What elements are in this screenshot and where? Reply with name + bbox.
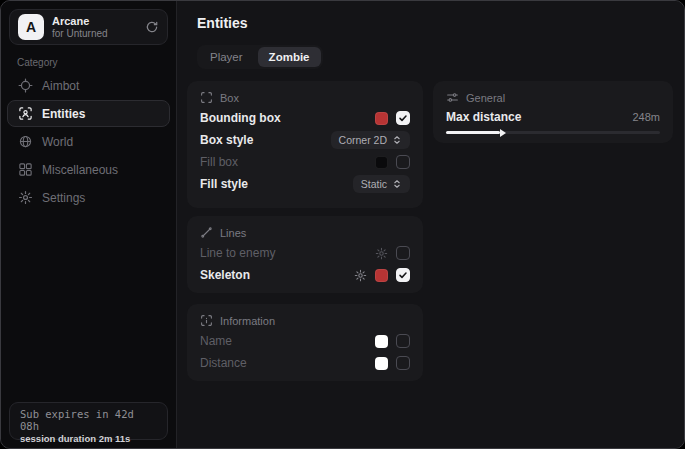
- setting-row-fill-style: Fill style Static: [187, 173, 423, 195]
- sidebar-item-label: World: [42, 135, 73, 149]
- line-to-enemy-checkbox[interactable]: [396, 246, 410, 260]
- setting-row-name: Name: [187, 330, 423, 352]
- crosshair-icon: [18, 78, 33, 93]
- line-settings-gear-icon[interactable]: [375, 247, 388, 260]
- setting-label: Fill style: [200, 177, 345, 191]
- setting-row-bounding-box: Bounding box: [187, 107, 423, 129]
- category-label: Category: [17, 57, 176, 68]
- setting-label: Bounding box: [200, 111, 367, 125]
- tab-zombie[interactable]: Zombie: [258, 47, 321, 67]
- setting-label: Distance: [200, 356, 367, 370]
- main-panel: Entities Player Zombie Box Bounding box: [177, 1, 684, 448]
- entity-tabs: Player Zombie: [197, 45, 323, 69]
- sync-icon[interactable]: [145, 20, 159, 34]
- card-title: Information: [220, 315, 275, 327]
- fill-box-checkbox[interactable]: [396, 155, 410, 169]
- setting-label: Box style: [200, 133, 323, 147]
- sidebar-nav: Aimbot Entities World: [1, 72, 176, 211]
- sidebar-item-label: Miscellaneous: [42, 163, 118, 177]
- card-title: General: [466, 92, 505, 104]
- general-card: General Max distance 248m: [433, 81, 673, 143]
- app-subtitle: for Unturned: [52, 28, 137, 40]
- sidebar-item-aimbot[interactable]: Aimbot: [7, 72, 170, 99]
- slider-fill: [446, 131, 500, 134]
- sidebar-item-entities[interactable]: Entities: [7, 100, 170, 127]
- entities-icon: [18, 106, 33, 121]
- bounding-box-checkbox[interactable]: [396, 111, 410, 125]
- card-title: Lines: [220, 227, 246, 239]
- globe-icon: [18, 134, 33, 149]
- grid-icon: [18, 162, 33, 177]
- check-icon: [398, 270, 408, 280]
- skeleton-checkbox[interactable]: [396, 268, 410, 282]
- fill-style-select[interactable]: Static: [353, 175, 410, 193]
- setting-row-max-distance: Max distance 248m: [433, 107, 673, 127]
- box-style-select[interactable]: Corner 2D: [331, 131, 410, 149]
- session-duration-text: session duration 2m 11s: [20, 433, 157, 444]
- sidebar-item-world[interactable]: World: [7, 128, 170, 155]
- app-logo: A: [18, 14, 44, 40]
- color-swatch[interactable]: [375, 112, 388, 125]
- setting-row-distance: Distance: [187, 352, 423, 374]
- unfold-icon: [392, 135, 402, 145]
- max-distance-slider[interactable]: [446, 131, 660, 134]
- color-swatch[interactable]: [375, 269, 388, 282]
- information-card: Information Name Distance: [187, 304, 423, 381]
- setting-row-box-style: Box style Corner 2D: [187, 129, 423, 151]
- sidebar-item-miscellaneous[interactable]: Miscellaneous: [7, 156, 170, 183]
- color-swatch[interactable]: [375, 156, 388, 169]
- sidebar-item-label: Entities: [42, 107, 85, 121]
- skeleton-settings-gear-icon[interactable]: [354, 269, 367, 282]
- setting-row-fill-box: Fill box: [187, 151, 423, 173]
- sidebar-item-label: Aimbot: [42, 79, 79, 93]
- select-value: Corner 2D: [339, 134, 387, 146]
- card-title: Box: [220, 92, 239, 104]
- name-checkbox[interactable]: [396, 334, 410, 348]
- sidebar: A Arcane for Unturned Category Aimbot: [1, 1, 177, 448]
- color-swatch[interactable]: [375, 357, 388, 370]
- color-swatch[interactable]: [375, 335, 388, 348]
- setting-label: Fill box: [200, 155, 367, 169]
- lines-card: Lines Line to enemy Skeleton: [187, 216, 423, 293]
- setting-label: Skeleton: [200, 268, 346, 282]
- slider-thumb[interactable]: [500, 129, 506, 137]
- line-icon: [200, 226, 213, 239]
- distance-checkbox[interactable]: [396, 356, 410, 370]
- app-window: A Arcane for Unturned Category Aimbot: [0, 0, 685, 449]
- sidebar-item-label: Settings: [42, 191, 85, 205]
- gear-icon: [18, 190, 33, 205]
- app-header-card: A Arcane for Unturned: [9, 9, 168, 45]
- app-title: Arcane: [52, 15, 137, 28]
- sliders-icon: [446, 91, 459, 104]
- box-card: Box Bounding box Box style Corner 2D: [187, 81, 423, 208]
- setting-label: Name: [200, 334, 367, 348]
- select-value: Static: [361, 178, 387, 190]
- setting-row-line-to-enemy: Line to enemy: [187, 242, 423, 264]
- check-icon: [398, 113, 408, 123]
- info-scan-icon: [200, 314, 213, 327]
- setting-label: Line to enemy: [200, 246, 367, 260]
- setting-label: Max distance: [446, 110, 632, 124]
- box-corners-icon: [200, 91, 213, 104]
- tab-player[interactable]: Player: [199, 47, 254, 67]
- setting-row-skeleton: Skeleton: [187, 264, 423, 286]
- subscription-status-card: Sub expires in 42d 08h session duration …: [9, 402, 168, 440]
- max-distance-value: 248m: [632, 111, 660, 123]
- page-title: Entities: [197, 15, 248, 31]
- unfold-icon: [392, 179, 402, 189]
- sidebar-item-settings[interactable]: Settings: [7, 184, 170, 211]
- sub-expiry-text: Sub expires in 42d 08h: [20, 408, 157, 432]
